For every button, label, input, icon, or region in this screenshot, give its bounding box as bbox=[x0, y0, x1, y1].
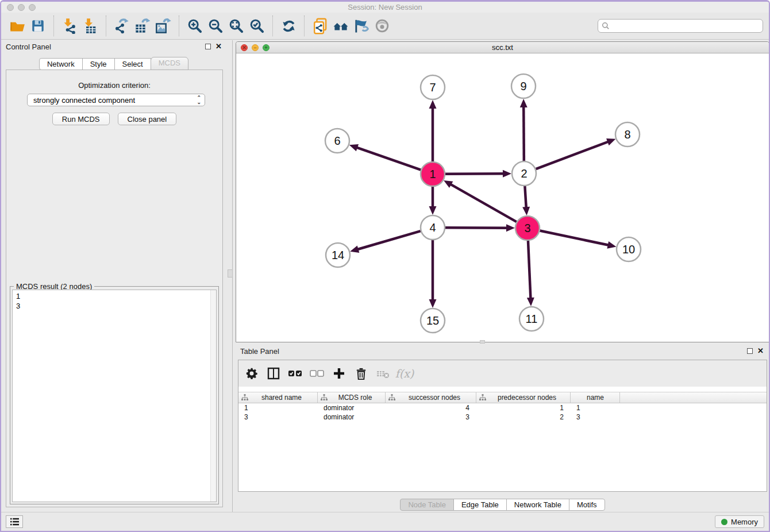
zoom-in-icon[interactable] bbox=[184, 16, 205, 36]
show-details-eye-icon[interactable] bbox=[372, 16, 392, 36]
graph-edge-1-2[interactable] bbox=[445, 174, 505, 174]
criterion-select[interactable]: strongly connected component ⌃⌄ bbox=[27, 94, 205, 106]
delete-table-icon[interactable] bbox=[373, 364, 392, 383]
column-header-name[interactable]: name bbox=[571, 392, 620, 403]
graph-edge-2-8[interactable] bbox=[536, 141, 610, 169]
table-panel-close-icon[interactable]: ✕ bbox=[757, 348, 764, 354]
main-toolbar bbox=[1, 13, 769, 40]
search-container bbox=[598, 19, 763, 33]
vertical-splitter-handle[interactable] bbox=[228, 269, 233, 277]
search-icon bbox=[602, 22, 610, 30]
graph-arrowhead bbox=[606, 138, 615, 145]
import-table-icon[interactable] bbox=[80, 16, 101, 36]
graph-edge-4-14[interactable] bbox=[357, 231, 421, 249]
control-panel-header: Control Panel ✕ bbox=[6, 43, 222, 54]
graph-edge-3-1[interactable] bbox=[450, 184, 517, 222]
optimization-criterion-label: Optimization criterion: bbox=[6, 81, 222, 90]
tab-network-table[interactable]: Network Table bbox=[506, 499, 569, 511]
graph-arrowhead bbox=[429, 299, 437, 308]
window-title: Session: New Session bbox=[1, 3, 769, 11]
table-settings-gear-icon[interactable] bbox=[242, 364, 261, 383]
tab-motifs[interactable]: Motifs bbox=[569, 499, 605, 511]
task-history-button[interactable] bbox=[6, 515, 23, 528]
table-row[interactable]: 1dominator411 bbox=[238, 403, 767, 413]
table-panel-title: Table Panel bbox=[240, 347, 279, 356]
table-cell: 3 bbox=[238, 413, 318, 422]
column-label: shared name bbox=[248, 394, 317, 402]
export-table-icon[interactable] bbox=[132, 16, 153, 36]
table-cell: 2 bbox=[476, 413, 571, 422]
graph-edge-2-9[interactable] bbox=[523, 106, 524, 161]
table-cell: 4 bbox=[386, 403, 476, 413]
graph-node-label: 9 bbox=[520, 80, 526, 92]
clone-network-icon[interactable] bbox=[310, 16, 330, 36]
column-header-predecessor-nodes[interactable]: predecessor nodes bbox=[476, 392, 571, 403]
apply-layout-icon[interactable] bbox=[278, 16, 299, 36]
delete-column-trash-icon[interactable] bbox=[351, 364, 371, 383]
control-panel-tabs: Network Style Select MCDS bbox=[1, 58, 226, 70]
column-header-MCDS-role[interactable]: MCDS role bbox=[318, 392, 386, 403]
control-panel-close-icon[interactable]: ✕ bbox=[215, 43, 222, 50]
combo-stepper-icon: ⌃⌄ bbox=[197, 96, 201, 104]
memory-label: Memory bbox=[731, 518, 758, 526]
zoom-out-icon[interactable] bbox=[205, 16, 226, 36]
graph-edge-4-3[interactable] bbox=[445, 228, 508, 228]
network-canvas[interactable]: 7968124314101511 bbox=[236, 54, 769, 342]
save-session-icon[interactable] bbox=[28, 16, 48, 36]
horizontal-splitter-handle[interactable] bbox=[480, 340, 485, 344]
graph-edge-3-10[interactable] bbox=[540, 231, 610, 245]
mcds-result-text[interactable]: 1 3 bbox=[12, 290, 217, 502]
graph-node-label: 14 bbox=[332, 249, 344, 261]
graph-arrowhead bbox=[429, 100, 437, 109]
export-image-icon[interactable] bbox=[153, 16, 174, 36]
memory-status-dot bbox=[721, 519, 727, 525]
hierarchy-icon bbox=[321, 394, 328, 401]
tab-select[interactable]: Select bbox=[114, 58, 151, 70]
graph-node-label: 8 bbox=[624, 128, 630, 141]
network-view-window: ✕ − + scc.txt 7968124314101511 bbox=[236, 41, 769, 342]
apply-style-icon[interactable] bbox=[351, 16, 372, 36]
mcds-panel-body: Optimization criterion: strongly connect… bbox=[6, 70, 223, 507]
column-layout-icon[interactable] bbox=[264, 364, 283, 383]
function-builder-icon[interactable]: f(x) bbox=[395, 364, 414, 383]
control-panel: Control Panel ✕ Network Style Select MCD… bbox=[1, 40, 226, 512]
graph-arrowhead bbox=[520, 99, 528, 107]
graph-node-label: 11 bbox=[526, 313, 538, 325]
control-panel-float-icon[interactable] bbox=[205, 44, 211, 49]
window-titlebar: Session: New Session bbox=[1, 2, 769, 13]
open-session-icon[interactable] bbox=[7, 16, 28, 36]
tab-network[interactable]: Network bbox=[39, 58, 83, 70]
select-all-icon[interactable] bbox=[286, 364, 305, 383]
graph-arrowhead bbox=[527, 298, 534, 306]
table-panel-float-icon[interactable] bbox=[747, 348, 753, 354]
export-network-icon[interactable] bbox=[111, 16, 132, 36]
column-header-shared-name[interactable]: shared name bbox=[238, 392, 318, 403]
tab-style[interactable]: Style bbox=[82, 58, 115, 70]
table-row[interactable]: 3dominator323 bbox=[238, 413, 767, 422]
home-icon[interactable] bbox=[330, 16, 351, 36]
import-network-icon[interactable] bbox=[59, 16, 80, 36]
add-column-icon[interactable] bbox=[329, 364, 349, 383]
memory-button[interactable]: Memory bbox=[715, 515, 764, 528]
graph-node-label: 7 bbox=[429, 81, 436, 94]
result-scrollbar[interactable] bbox=[210, 290, 216, 502]
tab-mcds[interactable]: MCDS bbox=[151, 57, 188, 70]
search-input[interactable] bbox=[598, 19, 763, 33]
zoom-fit-icon[interactable] bbox=[226, 16, 247, 36]
tab-edge-table[interactable]: Edge Table bbox=[453, 499, 507, 511]
column-label: predecessor nodes bbox=[486, 394, 570, 402]
deselect-all-icon[interactable] bbox=[307, 364, 327, 383]
graph-arrowhead bbox=[506, 224, 515, 232]
tab-node-table[interactable]: Node Table bbox=[400, 499, 454, 511]
table-header-row: shared nameMCDS rolesuccessor nodesprede… bbox=[238, 392, 767, 403]
column-header-successor-nodes[interactable]: successor nodes bbox=[386, 392, 476, 403]
graph-edge-3-11[interactable] bbox=[528, 241, 531, 299]
graph-edge-2-3[interactable] bbox=[525, 186, 526, 209]
run-mcds-button[interactable]: Run MCDS bbox=[52, 113, 110, 125]
zoom-selected-icon[interactable] bbox=[247, 16, 267, 36]
graph-node-label: 15 bbox=[426, 314, 439, 327]
hierarchy-icon bbox=[479, 394, 486, 401]
table-cell: dominator bbox=[318, 413, 386, 422]
close-panel-button[interactable]: Close panel bbox=[118, 113, 177, 125]
graph-edge-1-6[interactable] bbox=[356, 147, 421, 170]
